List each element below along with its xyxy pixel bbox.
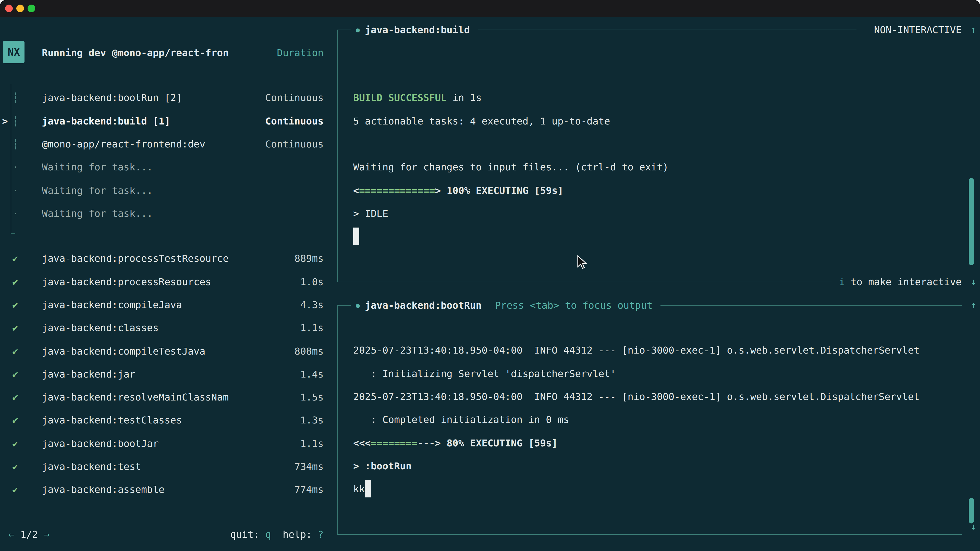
task-duration: 774ms <box>294 478 324 502</box>
mouse-cursor-icon <box>576 255 588 269</box>
scroll-down-icon[interactable]: ↓ <box>967 275 980 288</box>
task-row[interactable]: ✔ java-backend:bootJar 1.1s <box>0 432 327 455</box>
bullet-icon: · <box>13 179 19 202</box>
help-key[interactable]: ? <box>318 529 324 540</box>
zoom-button[interactable] <box>27 5 35 12</box>
terminal-input-line[interactable]: kk <box>353 478 920 501</box>
scroll-up-icon[interactable]: ↑ <box>967 299 980 311</box>
sidebar-title: Running dev @mono-app/react-fron <box>42 46 229 59</box>
task-row[interactable]: ✔ java-backend:test 734ms <box>0 455 327 478</box>
task-row[interactable]: ✔ java-backend:processResources 1.0s <box>0 270 327 293</box>
sidebar-header: Running dev @mono-app/react-fron Duratio… <box>42 46 324 59</box>
bootrun-pane-left-border <box>337 305 338 534</box>
task-duration: 1.1s <box>300 432 324 455</box>
build-pane-footer: i to make interactive <box>337 275 966 288</box>
task-row-waiting-1[interactable]: · Waiting for task... <box>0 156 327 179</box>
task-label: java-backend:build [1] <box>42 110 170 133</box>
task-row[interactable]: ✔ java-backend:jar 1.4s <box>0 363 327 386</box>
task-status: Continuous <box>265 110 324 133</box>
scroll-down-icon[interactable]: ↓ <box>967 520 980 533</box>
progress-status: 80% EXECUTING [59s] <box>441 437 558 448</box>
task-row[interactable]: ✔ java-backend:compileJava 4.3s <box>0 293 327 317</box>
close-button[interactable] <box>5 5 13 12</box>
noninteractive-badge: NON-INTERACTIVE <box>874 24 962 35</box>
checkmark-icon: ✔ <box>12 409 18 432</box>
blank-line <box>353 133 668 156</box>
log-line: 2025-07-23T13:40:18.950-04:00 INFO 44312… <box>353 339 920 362</box>
task-row[interactable]: ✔ java-backend:testClasses 1.3s <box>0 409 327 432</box>
interactive-key[interactable]: i <box>839 276 845 287</box>
task-row-build[interactable]: > ┆ java-backend:build [1] Continuous <box>0 110 327 133</box>
progress-close: > <box>435 184 441 196</box>
quit-key[interactable]: q <box>265 529 271 540</box>
task-duration: 1.0s <box>300 270 324 293</box>
bootrun-pane-title: java-backend:bootRun <box>365 300 482 311</box>
hint-gap <box>271 529 283 540</box>
task-row[interactable]: ✔ java-backend:assemble 774ms <box>0 478 327 502</box>
build-pane-output[interactable]: BUILD SUCCESSFUL in 1s 5 actionable task… <box>353 86 668 248</box>
typed-input-text: kk <box>353 483 365 494</box>
terminal-cursor <box>365 480 371 497</box>
tree-dash-icon: ┆ <box>13 133 19 156</box>
task-label: Waiting for task... <box>42 179 153 202</box>
task-row[interactable]: ✔ java-backend:processTestResource 889ms <box>0 247 327 270</box>
nx-tui-window: NX Running dev @mono-app/react-fron Dura… <box>0 0 980 551</box>
task-duration: 1.4s <box>300 363 324 386</box>
task-duration: 1.1s <box>300 317 324 340</box>
task-label: java-backend:processResources <box>42 270 211 293</box>
build-pane-scrollbar-thumb[interactable] <box>969 178 974 265</box>
task-row[interactable]: ✔ java-backend:resolveMainClassNam 1.5s <box>0 386 327 409</box>
progress-bar-remaining: ---> <box>417 437 441 448</box>
task-label: java-backend:bootJar <box>42 432 159 455</box>
checkmark-icon: ✔ <box>12 317 18 340</box>
bootrun-pane-output[interactable]: 2025-07-23T13:40:18.950-04:00 INFO 44312… <box>353 339 920 501</box>
border-segment <box>337 29 351 30</box>
build-successful-text: BUILD SUCCESSFUL <box>353 92 447 103</box>
task-label: java-backend:jar <box>42 363 135 386</box>
task-label: java-backend:processTestResource <box>42 247 229 270</box>
task-duration: 1.3s <box>300 409 324 432</box>
checkmark-icon: ✔ <box>12 432 18 455</box>
task-duration: 734ms <box>294 455 324 478</box>
task-label: java-backend:assemble <box>42 478 164 502</box>
border-segment <box>337 534 962 534</box>
interactive-hint-text: to make interactive <box>845 276 962 287</box>
progress-bar-fill: ======== <box>371 437 417 448</box>
cursor-line <box>353 225 668 248</box>
help-hint-label: help: <box>283 529 318 540</box>
running-task-list: ┆ java-backend:bootRun [2] Continuous > … <box>0 86 327 225</box>
duration-column-header: Duration <box>277 46 324 59</box>
task-row-bootrun[interactable]: ┆ java-backend:bootRun [2] Continuous <box>0 86 327 110</box>
gradle-progress-line: <=============> 100% EXECUTING [59s] <box>353 179 668 202</box>
bullet-icon: · <box>13 202 19 225</box>
build-time-text: in 1s <box>447 92 482 103</box>
task-duration: 4.3s <box>300 293 324 317</box>
task-row-waiting-2[interactable]: · Waiting for task... <box>0 179 327 202</box>
minimize-button[interactable] <box>16 5 24 12</box>
task-row[interactable]: ✔ java-backend:compileTestJava 808ms <box>0 340 327 363</box>
checkmark-icon: ✔ <box>12 455 18 478</box>
border-segment <box>337 281 832 282</box>
build-pane-title: java-backend:build <box>365 24 470 35</box>
task-row[interactable]: ✔ java-backend:classes 1.1s <box>0 317 327 340</box>
checkmark-icon: ✔ <box>12 293 18 317</box>
build-pane-left-border <box>337 30 338 282</box>
checkmark-icon: ✔ <box>12 363 18 386</box>
task-label: java-backend:resolveMainClassNam <box>42 386 229 409</box>
gradle-progress-line: <<<========---> 80% EXECUTING [59s] <box>353 431 920 454</box>
task-row-waiting-3[interactable]: · Waiting for task... <box>0 202 327 225</box>
bootrun-pane-scrollbar-thumb[interactable] <box>969 498 974 524</box>
progress-open: < <box>353 184 359 196</box>
task-row-frontend-dev[interactable]: ┆ @mono-app/react-frontend:dev Continuou… <box>0 133 327 156</box>
task-duration: 808ms <box>294 340 324 363</box>
log-line: : Completed initialization in 0 ms <box>353 408 920 432</box>
task-label: java-backend:compileTestJava <box>42 340 205 363</box>
task-label: Waiting for task... <box>42 202 153 225</box>
checkmark-icon: ✔ <box>12 270 18 293</box>
checkmark-icon: ✔ <box>12 386 18 409</box>
progress-status: 100% EXECUTING [59s] <box>441 184 563 196</box>
tree-dash-icon: ┆ <box>13 86 19 110</box>
window-titlebar <box>0 0 980 17</box>
task-status: Continuous <box>265 133 324 156</box>
scroll-up-icon[interactable]: ↑ <box>967 24 980 36</box>
